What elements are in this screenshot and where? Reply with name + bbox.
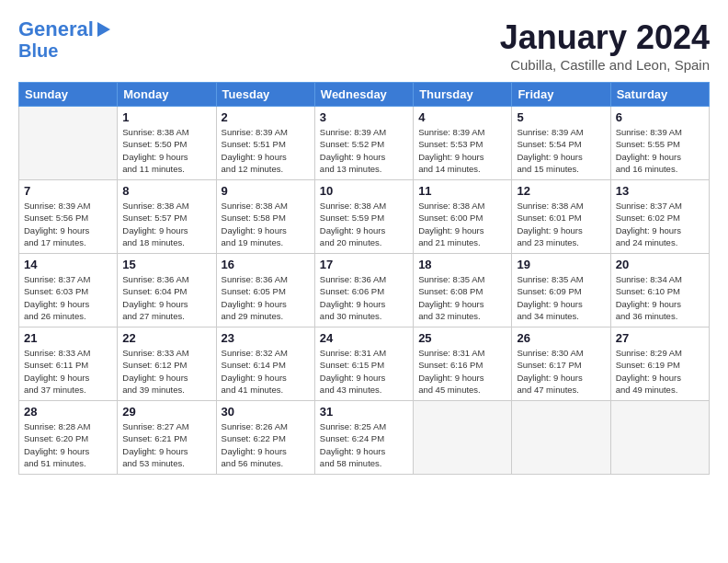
day-number: 31: [320, 405, 408, 419]
day-info: Sunrise: 8:30 AM Sunset: 6:17 PM Dayligh…: [517, 347, 605, 396]
day-info: Sunrise: 8:34 AM Sunset: 6:10 PM Dayligh…: [616, 273, 704, 322]
day-number: 8: [122, 184, 210, 198]
day-number: 14: [24, 258, 112, 271]
calendar-cell: 8Sunrise: 8:38 AM Sunset: 5:57 PM Daylig…: [118, 180, 216, 254]
day-number: 17: [320, 258, 408, 271]
day-info: Sunrise: 8:38 AM Sunset: 5:50 PM Dayligh…: [122, 126, 210, 175]
day-info: Sunrise: 8:39 AM Sunset: 5:51 PM Dayligh…: [222, 126, 310, 175]
day-number: 30: [222, 405, 310, 419]
logo: General Blue: [18, 18, 110, 61]
calendar-week-row-4: 21Sunrise: 8:33 AM Sunset: 6:11 PM Dayli…: [19, 327, 710, 401]
day-info: Sunrise: 8:35 AM Sunset: 6:09 PM Dayligh…: [517, 273, 605, 322]
day-info: Sunrise: 8:38 AM Sunset: 5:58 PM Dayligh…: [222, 200, 310, 248]
calendar-table: Sunday Monday Tuesday Wednesday Thursday…: [18, 82, 710, 475]
day-info: Sunrise: 8:37 AM Sunset: 6:03 PM Dayligh…: [24, 273, 112, 322]
col-monday: Monday: [118, 83, 216, 107]
calendar-cell: 9Sunrise: 8:38 AM Sunset: 5:58 PM Daylig…: [216, 180, 314, 254]
calendar-cell: 30Sunrise: 8:26 AM Sunset: 6:22 PM Dayli…: [216, 401, 314, 475]
calendar-week-row-2: 7Sunrise: 8:39 AM Sunset: 5:56 PM Daylig…: [19, 180, 710, 254]
logo-text: General: [18, 18, 94, 40]
calendar-week-row-1: 1Sunrise: 8:38 AM Sunset: 5:50 PM Daylig…: [19, 107, 710, 180]
day-number: 26: [517, 331, 605, 345]
calendar-header-row: Sunday Monday Tuesday Wednesday Thursday…: [19, 83, 710, 107]
calendar-cell: [19, 107, 118, 180]
day-number: 19: [517, 258, 605, 271]
page: General Blue January 2024 Cubilla, Casti…: [0, 0, 728, 563]
day-number: 13: [616, 184, 704, 198]
day-number: 6: [616, 110, 704, 124]
calendar-cell: 12Sunrise: 8:38 AM Sunset: 6:01 PM Dayli…: [512, 180, 610, 254]
logo-blue-text: Blue: [18, 40, 58, 61]
day-info: Sunrise: 8:31 AM Sunset: 6:16 PM Dayligh…: [418, 347, 506, 396]
calendar-cell: 24Sunrise: 8:31 AM Sunset: 6:15 PM Dayli…: [314, 327, 413, 401]
day-number: 11: [418, 184, 506, 198]
calendar-week-row-5: 28Sunrise: 8:28 AM Sunset: 6:20 PM Dayli…: [19, 401, 710, 475]
calendar-cell: 25Sunrise: 8:31 AM Sunset: 6:16 PM Dayli…: [414, 327, 512, 401]
calendar-cell: 21Sunrise: 8:33 AM Sunset: 6:11 PM Dayli…: [19, 327, 118, 401]
calendar-cell: 3Sunrise: 8:39 AM Sunset: 5:52 PM Daylig…: [314, 107, 413, 180]
day-info: Sunrise: 8:39 AM Sunset: 5:52 PM Dayligh…: [320, 126, 408, 175]
month-title: January 2024: [500, 18, 710, 57]
logo-arrow-icon: [97, 22, 110, 37]
calendar-cell: 2Sunrise: 8:39 AM Sunset: 5:51 PM Daylig…: [216, 107, 314, 180]
day-info: Sunrise: 8:35 AM Sunset: 6:08 PM Dayligh…: [418, 273, 506, 322]
calendar-cell: 7Sunrise: 8:39 AM Sunset: 5:56 PM Daylig…: [19, 180, 118, 254]
calendar-cell: [610, 401, 709, 475]
calendar-cell: 27Sunrise: 8:29 AM Sunset: 6:19 PM Dayli…: [610, 327, 709, 401]
day-number: 25: [418, 331, 506, 345]
day-number: 20: [616, 258, 704, 271]
calendar-cell: [512, 401, 610, 475]
calendar-cell: 31Sunrise: 8:25 AM Sunset: 6:24 PM Dayli…: [314, 401, 413, 475]
day-number: 16: [222, 258, 310, 271]
day-number: 7: [24, 184, 112, 198]
calendar-cell: 4Sunrise: 8:39 AM Sunset: 5:53 PM Daylig…: [414, 107, 512, 180]
day-number: 24: [320, 331, 408, 345]
calendar-cell: 28Sunrise: 8:28 AM Sunset: 6:20 PM Dayli…: [19, 401, 118, 475]
calendar-cell: 1Sunrise: 8:38 AM Sunset: 5:50 PM Daylig…: [118, 107, 216, 180]
day-number: 29: [122, 405, 210, 419]
calendar-cell: 14Sunrise: 8:37 AM Sunset: 6:03 PM Dayli…: [19, 254, 118, 327]
calendar-cell: 20Sunrise: 8:34 AM Sunset: 6:10 PM Dayli…: [610, 254, 709, 327]
day-info: Sunrise: 8:33 AM Sunset: 6:12 PM Dayligh…: [122, 347, 210, 396]
day-info: Sunrise: 8:38 AM Sunset: 5:57 PM Dayligh…: [122, 200, 210, 248]
calendar-cell: 19Sunrise: 8:35 AM Sunset: 6:09 PM Dayli…: [512, 254, 610, 327]
day-number: 12: [517, 184, 605, 198]
day-info: Sunrise: 8:26 AM Sunset: 6:22 PM Dayligh…: [222, 420, 310, 469]
day-number: 9: [222, 184, 310, 198]
col-thursday: Thursday: [414, 83, 512, 107]
calendar-cell: 18Sunrise: 8:35 AM Sunset: 6:08 PM Dayli…: [414, 254, 512, 327]
day-info: Sunrise: 8:36 AM Sunset: 6:04 PM Dayligh…: [122, 273, 210, 322]
day-number: 10: [320, 184, 408, 198]
calendar-cell: 5Sunrise: 8:39 AM Sunset: 5:54 PM Daylig…: [512, 107, 610, 180]
col-saturday: Saturday: [610, 83, 709, 107]
calendar-cell: 23Sunrise: 8:32 AM Sunset: 6:14 PM Dayli…: [216, 327, 314, 401]
day-number: 21: [24, 331, 112, 345]
day-info: Sunrise: 8:29 AM Sunset: 6:19 PM Dayligh…: [616, 347, 704, 396]
day-number: 1: [122, 110, 210, 124]
title-block: January 2024 Cubilla, Castille and Leon,…: [500, 18, 710, 73]
day-number: 15: [122, 258, 210, 271]
calendar-cell: 22Sunrise: 8:33 AM Sunset: 6:12 PM Dayli…: [118, 327, 216, 401]
col-wednesday: Wednesday: [314, 83, 413, 107]
col-friday: Friday: [512, 83, 610, 107]
day-info: Sunrise: 8:37 AM Sunset: 6:02 PM Dayligh…: [616, 200, 704, 248]
calendar-cell: [414, 401, 512, 475]
day-info: Sunrise: 8:32 AM Sunset: 6:14 PM Dayligh…: [222, 347, 310, 396]
day-info: Sunrise: 8:25 AM Sunset: 6:24 PM Dayligh…: [320, 420, 408, 469]
day-number: 18: [418, 258, 506, 271]
day-number: 22: [122, 331, 210, 345]
calendar-cell: 15Sunrise: 8:36 AM Sunset: 6:04 PM Dayli…: [118, 254, 216, 327]
col-sunday: Sunday: [19, 83, 118, 107]
day-info: Sunrise: 8:39 AM Sunset: 5:56 PM Dayligh…: [24, 200, 112, 248]
day-info: Sunrise: 8:39 AM Sunset: 5:53 PM Dayligh…: [418, 126, 506, 175]
day-number: 5: [517, 110, 605, 124]
calendar-cell: 26Sunrise: 8:30 AM Sunset: 6:17 PM Dayli…: [512, 327, 610, 401]
calendar-cell: 10Sunrise: 8:38 AM Sunset: 5:59 PM Dayli…: [314, 180, 413, 254]
calendar-cell: 6Sunrise: 8:39 AM Sunset: 5:55 PM Daylig…: [610, 107, 709, 180]
day-info: Sunrise: 8:38 AM Sunset: 6:00 PM Dayligh…: [418, 200, 506, 248]
day-info: Sunrise: 8:39 AM Sunset: 5:54 PM Dayligh…: [517, 126, 605, 175]
calendar-cell: 13Sunrise: 8:37 AM Sunset: 6:02 PM Dayli…: [610, 180, 709, 254]
calendar-week-row-3: 14Sunrise: 8:37 AM Sunset: 6:03 PM Dayli…: [19, 254, 710, 327]
day-number: 23: [222, 331, 310, 345]
day-number: 27: [616, 331, 704, 345]
